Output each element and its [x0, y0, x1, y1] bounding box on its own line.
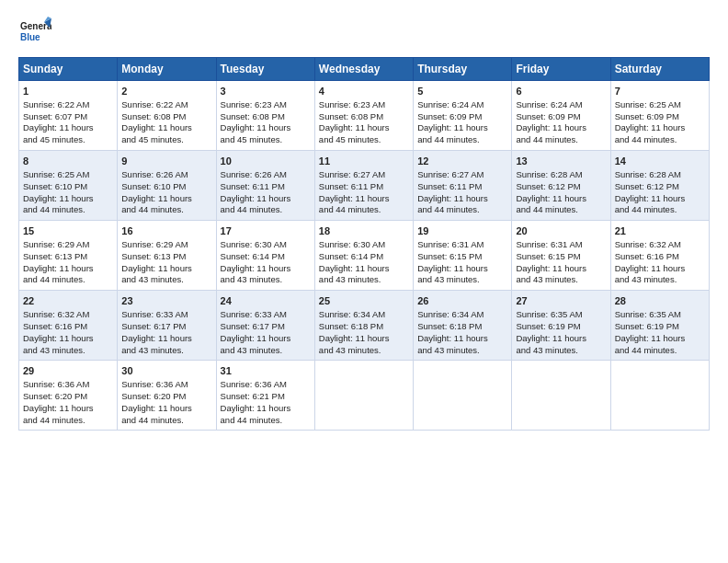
- day-info-line: Daylight: 11 hours: [516, 193, 606, 205]
- day-info-line: and 44 minutes.: [23, 204, 113, 216]
- day-info-line: Sunrise: 6:26 AM: [221, 169, 311, 181]
- day-info-line: Sunrise: 6:27 AM: [319, 169, 409, 181]
- day-info-line: Sunset: 6:13 PM: [23, 251, 113, 263]
- calendar-cell: 27Sunrise: 6:35 AMSunset: 6:19 PMDayligh…: [512, 291, 610, 361]
- day-number: 14: [615, 155, 705, 168]
- day-info-line: and 43 minutes.: [417, 345, 507, 357]
- day-info-line: Daylight: 11 hours: [516, 122, 606, 134]
- day-info-line: Sunrise: 6:26 AM: [121, 169, 211, 181]
- day-info-line: Sunrise: 6:24 AM: [516, 99, 606, 111]
- day-info-line: Sunrise: 6:30 AM: [221, 239, 311, 251]
- logo: General Blue: [18, 15, 55, 48]
- day-info-line: Sunrise: 6:33 AM: [121, 309, 211, 321]
- calendar-cell: 18Sunrise: 6:30 AMSunset: 6:14 PMDayligh…: [314, 221, 413, 291]
- day-info-line: Sunset: 6:18 PM: [319, 321, 409, 333]
- day-info-line: Daylight: 11 hours: [319, 263, 409, 275]
- day-number: 7: [615, 85, 705, 98]
- calendar-cell: 3Sunrise: 6:23 AMSunset: 6:08 PMDaylight…: [216, 81, 314, 151]
- day-info-line: Sunrise: 6:23 AM: [319, 99, 409, 111]
- day-info-line: Sunrise: 6:32 AM: [23, 309, 113, 321]
- day-info-line: and 44 minutes.: [221, 204, 311, 216]
- day-info-line: Sunrise: 6:31 AM: [516, 239, 606, 251]
- calendar-cell: [414, 361, 512, 431]
- day-info-line: Daylight: 11 hours: [221, 403, 311, 415]
- day-info-line: and 44 minutes.: [121, 204, 211, 216]
- day-info-line: Sunset: 6:11 PM: [319, 181, 409, 193]
- calendar-cell: [512, 361, 610, 431]
- day-info-line: Sunset: 6:14 PM: [319, 251, 409, 263]
- calendar-cell: 7Sunrise: 6:25 AMSunset: 6:09 PMDaylight…: [610, 81, 709, 151]
- day-info-line: Sunrise: 6:23 AM: [221, 99, 311, 111]
- day-info-line: Sunrise: 6:32 AM: [615, 239, 705, 251]
- calendar-cell: 28Sunrise: 6:35 AMSunset: 6:19 PMDayligh…: [610, 291, 709, 361]
- day-info-line: Sunset: 6:21 PM: [221, 391, 311, 403]
- day-info-line: Sunrise: 6:24 AM: [417, 99, 507, 111]
- calendar-header-row: SundayMondayTuesdayWednesdayThursdayFrid…: [19, 58, 710, 81]
- day-number: 16: [121, 224, 211, 238]
- day-number: 13: [516, 155, 606, 168]
- day-info-line: Sunrise: 6:31 AM: [417, 239, 507, 251]
- calendar-cell: 5Sunrise: 6:24 AMSunset: 6:09 PMDaylight…: [414, 81, 512, 151]
- day-info-line: Daylight: 11 hours: [615, 333, 705, 345]
- day-info-line: Sunrise: 6:22 AM: [23, 99, 113, 111]
- calendar-cell: 16Sunrise: 6:29 AMSunset: 6:13 PMDayligh…: [118, 221, 216, 291]
- day-info-line: Daylight: 11 hours: [615, 122, 705, 134]
- day-info-line: Sunset: 6:19 PM: [516, 321, 606, 333]
- header-day-tuesday: Tuesday: [216, 58, 314, 81]
- day-info-line: Sunrise: 6:34 AM: [319, 309, 409, 321]
- header-day-saturday: Saturday: [610, 58, 709, 81]
- day-info-line: Sunrise: 6:33 AM: [221, 309, 311, 321]
- day-info-line: Sunset: 6:18 PM: [417, 321, 507, 333]
- day-number: 10: [221, 155, 311, 168]
- day-info-line: Daylight: 11 hours: [319, 333, 409, 345]
- day-number: 6: [516, 85, 606, 98]
- calendar-cell: 19Sunrise: 6:31 AMSunset: 6:15 PMDayligh…: [414, 221, 512, 291]
- calendar-week-row: 29Sunrise: 6:36 AMSunset: 6:20 PMDayligh…: [19, 361, 710, 431]
- day-info-line: Daylight: 11 hours: [319, 122, 409, 134]
- calendar-cell: 2Sunrise: 6:22 AMSunset: 6:08 PMDaylight…: [118, 81, 216, 151]
- calendar-week-row: 8Sunrise: 6:25 AMSunset: 6:10 PMDaylight…: [19, 151, 710, 221]
- day-info-line: Sunrise: 6:29 AM: [23, 239, 113, 251]
- day-info-line: Daylight: 11 hours: [615, 193, 705, 205]
- day-info-line: Daylight: 11 hours: [417, 333, 507, 345]
- day-info-line: Sunrise: 6:28 AM: [516, 169, 606, 181]
- day-info-line: and 44 minutes.: [615, 134, 705, 146]
- header-day-monday: Monday: [118, 58, 216, 81]
- day-info-line: Sunset: 6:10 PM: [121, 181, 211, 193]
- day-info-line: and 44 minutes.: [221, 415, 311, 427]
- day-info-line: Sunset: 6:20 PM: [23, 391, 113, 403]
- day-info-line: Daylight: 11 hours: [23, 122, 113, 134]
- day-number: 30: [121, 364, 211, 378]
- day-info-line: and 43 minutes.: [221, 274, 311, 286]
- day-info-line: Sunrise: 6:34 AM: [417, 309, 507, 321]
- day-number: 19: [417, 224, 507, 238]
- calendar-cell: 26Sunrise: 6:34 AMSunset: 6:18 PMDayligh…: [414, 291, 512, 361]
- calendar-table: SundayMondayTuesdayWednesdayThursdayFrid…: [18, 57, 710, 431]
- calendar-cell: 25Sunrise: 6:34 AMSunset: 6:18 PMDayligh…: [314, 291, 413, 361]
- header-day-friday: Friday: [512, 58, 610, 81]
- calendar-page: General Blue SundayMondayTuesdayWednesda…: [0, 0, 728, 563]
- day-info-line: Daylight: 11 hours: [121, 193, 211, 205]
- day-info-line: Sunrise: 6:35 AM: [516, 309, 606, 321]
- day-info-line: Sunrise: 6:27 AM: [417, 169, 507, 181]
- day-info-line: and 45 minutes.: [319, 134, 409, 146]
- day-info-line: and 43 minutes.: [516, 345, 606, 357]
- calendar-cell: 11Sunrise: 6:27 AMSunset: 6:11 PMDayligh…: [314, 151, 413, 221]
- day-info-line: Sunrise: 6:36 AM: [23, 379, 113, 391]
- calendar-week-row: 15Sunrise: 6:29 AMSunset: 6:13 PMDayligh…: [19, 221, 710, 291]
- day-info-line: Daylight: 11 hours: [23, 193, 113, 205]
- day-info-line: Sunrise: 6:25 AM: [23, 169, 113, 181]
- day-info-line: Daylight: 11 hours: [121, 333, 211, 345]
- day-number: 22: [23, 294, 113, 308]
- day-info-line: and 45 minutes.: [23, 134, 113, 146]
- day-number: 1: [23, 85, 113, 98]
- day-number: 31: [221, 364, 311, 378]
- day-info-line: and 45 minutes.: [221, 134, 311, 146]
- day-number: 8: [23, 155, 113, 168]
- day-info-line: and 43 minutes.: [23, 345, 113, 357]
- calendar-cell: 12Sunrise: 6:27 AMSunset: 6:11 PMDayligh…: [414, 151, 512, 221]
- calendar-cell: 10Sunrise: 6:26 AMSunset: 6:11 PMDayligh…: [216, 151, 314, 221]
- calendar-cell: 13Sunrise: 6:28 AMSunset: 6:12 PMDayligh…: [512, 151, 610, 221]
- day-info-line: Sunset: 6:08 PM: [121, 111, 211, 123]
- day-info-line: Daylight: 11 hours: [121, 263, 211, 275]
